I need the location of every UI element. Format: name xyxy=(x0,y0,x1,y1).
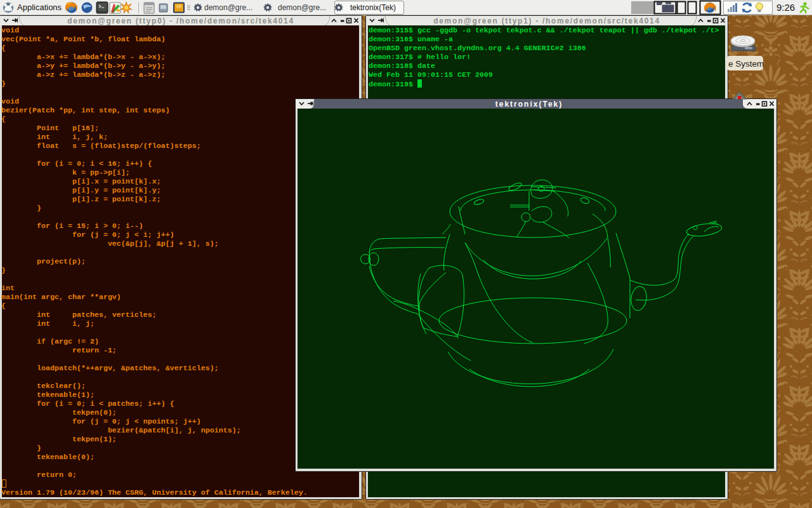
svg-text:e System: e System xyxy=(728,59,764,69)
